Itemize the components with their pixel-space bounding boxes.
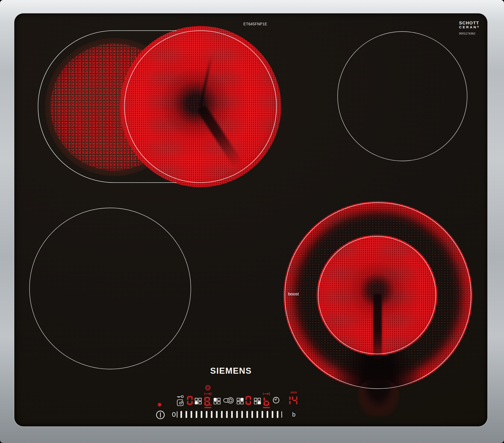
front-right-inner-glow [317, 235, 437, 356]
rear-right-zone-outline [338, 32, 467, 161]
seven-segment-digit [264, 397, 269, 406]
selected-zone-underline [263, 407, 270, 408]
zone-display-rear-right[interactable] [246, 396, 251, 405]
zone-select-grid-indicator [214, 398, 220, 405]
cooktop: ET645FNP1E SCHOTT CERAN® 9001174362 SIEM… [0, 0, 504, 443]
power-icon [155, 410, 165, 420]
brand-logo: SIEMENS [210, 366, 252, 376]
seven-segment-digit [246, 396, 251, 405]
ceramic-glass-surface: ET645FNP1E SCHOTT CERAN® 9001174362 SIEM… [14, 13, 487, 426]
slider-tick [221, 411, 223, 418]
zone-display-group-rear-right [237, 396, 251, 407]
seven-segment-digit [187, 396, 193, 405]
slider-tick [177, 411, 178, 418]
slider-end-label: b [292, 411, 295, 417]
glass-brand-logo: SCHOTT CERAN® 9001174362 [459, 21, 489, 35]
child-lock-key-icon[interactable] [176, 395, 184, 407]
slider-tick [226, 411, 228, 418]
boost-label: boost [288, 291, 299, 297]
zone-display-front-right[interactable] [263, 392, 270, 408]
registered-mark: ® [477, 26, 479, 28]
slider-tick [231, 411, 233, 418]
slider-tick [272, 411, 273, 418]
dual-ring-active-icon [205, 385, 211, 391]
power-on-indicator [158, 403, 161, 406]
zone-display-group-front-right [254, 392, 270, 407]
timer-clock-icon[interactable] [273, 397, 280, 404]
zone-extension-icon [263, 392, 270, 395]
timer-display: min [285, 390, 298, 405]
slider-tick [185, 411, 187, 418]
slider-tick [262, 411, 263, 418]
zone-display-row: min [176, 383, 297, 407]
slider-tick [206, 411, 207, 418]
slider-tick [201, 411, 202, 418]
zone-extension-icon [204, 392, 211, 395]
zone-display-group-front-left [187, 396, 202, 407]
timer-value [285, 396, 298, 405]
slider-tick [241, 411, 243, 418]
zone-select-grid-indicator [237, 398, 244, 405]
slider-start-label: 0 [172, 411, 176, 418]
dual-zone-key-icon[interactable] [223, 397, 234, 404]
glass-brand-line1: SCHOTT [459, 21, 489, 25]
seven-segment-digit [285, 396, 291, 405]
slider-tick [267, 411, 268, 418]
slider-tick-scale [180, 411, 278, 418]
front-right-connector-shadow [358, 379, 399, 416]
slider-tick [196, 411, 197, 418]
seven-segment-digit [292, 396, 298, 405]
slider-tick [180, 411, 182, 418]
slider-tick [211, 411, 213, 418]
zone-display-front-left[interactable] [187, 396, 193, 405]
slider-tick [246, 411, 248, 418]
slider-tick [277, 411, 278, 418]
zone-select-grid-indicator [195, 398, 202, 405]
timer-unit-label: min [290, 390, 297, 394]
zone-display-rear-left[interactable] [204, 385, 212, 408]
model-number-label: ET645FNP1E [243, 22, 267, 26]
front-left-zone-outline [30, 208, 191, 369]
slider-tick [216, 411, 217, 418]
zone-select-grid-indicator [254, 398, 261, 405]
glass-code: 9001174362 [459, 32, 489, 35]
slider-tick [252, 411, 253, 418]
selected-zone-underline [204, 407, 211, 408]
seven-segment-digit [204, 397, 212, 406]
slider-tick [281, 411, 282, 418]
power-level-slider[interactable]: 0 b [172, 410, 295, 419]
power-button[interactable] [155, 410, 165, 420]
zone-display-group-rear-left [204, 385, 220, 407]
slider-tick [256, 411, 258, 418]
slider-tick [236, 411, 238, 418]
glass-brand-line2: CERAN® [459, 25, 489, 29]
slider-tick [191, 411, 192, 418]
